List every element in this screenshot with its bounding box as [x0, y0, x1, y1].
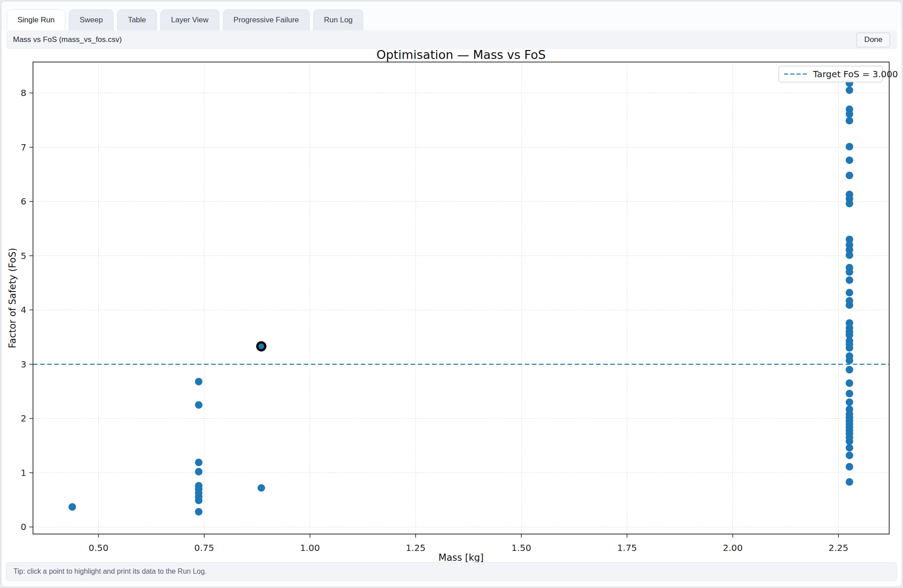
tab-single-run[interactable]: Single Run	[7, 9, 65, 30]
scatter-point[interactable]	[846, 289, 853, 296]
y-tick-label: 2	[21, 413, 26, 424]
scatter-point[interactable]	[195, 508, 202, 516]
axis-ticks	[29, 93, 839, 538]
status-tip: Tip: click a point to highlight and prin…	[13, 567, 207, 575]
tab-label: Layer View	[171, 16, 209, 25]
scatter-point[interactable]	[846, 110, 853, 118]
plot-toolbar: Mass vs FoS (mass_vs_fos.csv) Done	[6, 30, 897, 49]
plot-toolbar-title: Mass vs FoS (mass_vs_fos.csv)	[13, 35, 857, 44]
plot-border	[33, 62, 889, 534]
axis-tick-labels: 0.500.751.001.251.501.752.002.2501234567…	[21, 88, 848, 553]
scatter-point[interactable]	[846, 344, 853, 352]
y-tick-label: 4	[21, 304, 26, 315]
scatter-point[interactable]	[846, 117, 853, 125]
legend: Target FoS = 3.000	[779, 66, 898, 82]
scatter-point[interactable]	[195, 459, 202, 466]
y-tick-label: 7	[21, 142, 26, 153]
y-tick-label: 8	[21, 88, 26, 98]
x-tick-label: 2.25	[828, 542, 848, 553]
x-tick-label: 1.50	[512, 542, 531, 553]
scatter-point[interactable]	[846, 200, 853, 208]
scatter-point[interactable]	[846, 438, 853, 445]
tab-label: Table	[128, 16, 146, 25]
y-tick-label: 5	[21, 250, 26, 261]
scatter-point[interactable]	[257, 484, 265, 492]
scatter-point[interactable]	[846, 398, 853, 406]
legend-label: Target FoS = 3.000	[813, 69, 898, 79]
scatter-point[interactable]	[846, 444, 853, 451]
y-tick-label: 0	[21, 521, 26, 532]
scatter-chart: 0.500.751.001.251.501.752.002.2501234567…	[1, 49, 902, 562]
y-tick-label: 3	[21, 359, 26, 370]
y-tick-label: 6	[21, 196, 26, 207]
scatter-point[interactable]	[846, 171, 853, 179]
scatter-point[interactable]	[846, 390, 853, 397]
x-tick-label: 0.75	[194, 542, 214, 553]
x-tick-label: 2.00	[723, 542, 743, 553]
chart-title: Optimisation — Mass vs FoS	[377, 49, 546, 62]
y-axis-label: Factor of Safety (FoS)	[7, 248, 18, 348]
scatter-point[interactable]	[846, 463, 853, 471]
tab-label: Sweep	[80, 16, 103, 25]
tab-layer-view[interactable]: Layer View	[160, 9, 219, 30]
scatter-point[interactable]	[846, 357, 853, 364]
tab-progressive-failure[interactable]: Progressive Failure	[223, 9, 310, 30]
x-tick-label: 1.00	[300, 542, 319, 553]
scatter-point[interactable]	[846, 156, 853, 164]
scatter-point[interactable]	[195, 468, 202, 475]
tab-label: Progressive Failure	[234, 16, 299, 25]
tab-label: Single Run	[17, 16, 55, 25]
scatter-point[interactable]	[846, 301, 853, 309]
scatter-points	[68, 79, 853, 516]
tab-label: Run Log	[324, 16, 353, 25]
scatter-point[interactable]	[846, 478, 853, 486]
chart-area: 0.500.751.001.251.501.752.002.2501234567…	[1, 49, 902, 562]
y-tick-label: 1	[21, 467, 26, 478]
gridlines	[33, 62, 889, 534]
scatter-point[interactable]	[846, 87, 853, 94]
scatter-point[interactable]	[68, 503, 76, 511]
x-tick-label: 1.25	[406, 542, 425, 553]
scatter-point[interactable]	[195, 378, 202, 385]
done-button[interactable]: Done	[857, 33, 890, 47]
scatter-point[interactable]	[846, 251, 853, 259]
tab-sweep[interactable]: Sweep	[69, 9, 113, 30]
scatter-point[interactable]	[195, 496, 202, 504]
scatter-point[interactable]	[846, 276, 853, 284]
tab-bar: Single Run Sweep Table Layer View Progre…	[1, 1, 902, 30]
scatter-point[interactable]	[195, 401, 202, 409]
status-bar: Tip: click a point to highlight and prin…	[6, 562, 897, 581]
tab-run-log[interactable]: Run Log	[313, 9, 363, 30]
x-tick-label: 1.75	[617, 542, 637, 553]
scatter-point[interactable]	[846, 268, 853, 276]
x-tick-label: 0.50	[88, 542, 108, 553]
tab-table[interactable]: Table	[117, 9, 157, 30]
scatter-point[interactable]	[846, 379, 853, 387]
highlighted-point[interactable]	[257, 342, 265, 350]
app-window: Single Run Sweep Table Layer View Progre…	[1, 1, 902, 587]
x-axis-label: Mass [kg]	[438, 552, 483, 562]
scatter-point[interactable]	[846, 143, 853, 150]
scatter-point[interactable]	[846, 366, 853, 373]
scatter-point[interactable]	[846, 451, 853, 459]
